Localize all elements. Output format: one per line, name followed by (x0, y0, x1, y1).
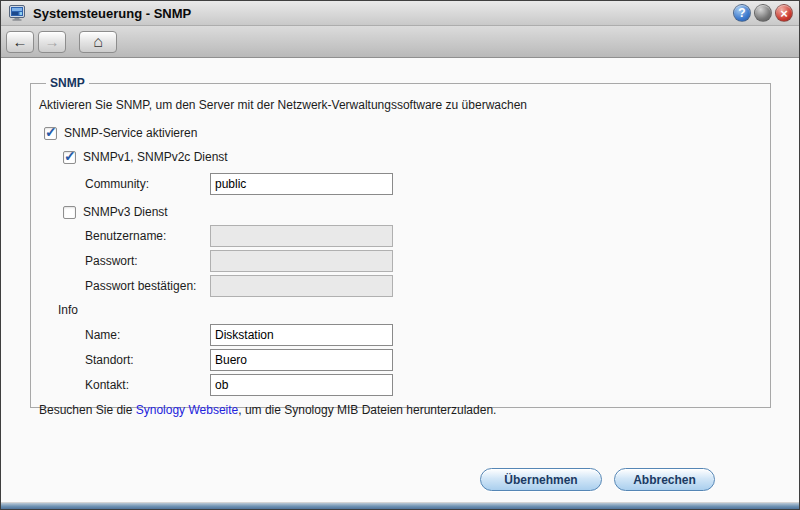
password-input (210, 250, 393, 272)
snmpv1v2-checkbox[interactable] (63, 151, 76, 164)
contact-row: Kontakt: (39, 373, 762, 397)
username-input (210, 225, 393, 247)
forward-arrow-icon: → (45, 33, 60, 50)
close-glyph: × (780, 7, 788, 20)
close-icon[interactable]: × (775, 4, 793, 22)
location-label: Standort: (85, 353, 210, 367)
mib-note: Besuchen Sie die Synology Webseite, um d… (39, 403, 762, 417)
community-input[interactable] (210, 173, 393, 195)
mib-note-prefix: Besuchen Sie die (39, 403, 136, 417)
password-confirm-label: Passwort bestätigen: (85, 279, 210, 293)
password-row: Passwort: (39, 249, 762, 273)
name-row: Name: (39, 323, 762, 347)
snmp-service-row: SNMP-Service aktivieren (44, 125, 762, 141)
username-row: Benutzername: (39, 224, 762, 248)
titlebar: Systemsteuerung - SNMP ? × (1, 1, 799, 26)
password-confirm-row: Passwort bestätigen: (39, 274, 762, 298)
control-panel-monitor-icon (9, 5, 26, 21)
contact-label: Kontakt: (85, 378, 210, 392)
password-label: Passwort: (85, 254, 210, 268)
synology-website-link[interactable]: Synology Webseite (136, 403, 239, 417)
community-row: Community: (39, 172, 762, 196)
snmp-fieldset: SNMP Aktivieren Sie SNMP, um den Server … (30, 76, 771, 408)
window-controls: ? × (733, 4, 793, 22)
snmp-legend: SNMP (46, 76, 89, 90)
password-confirm-input (210, 275, 393, 297)
minimize-icon[interactable] (754, 4, 772, 22)
toolbar: ← → ⌂ (1, 26, 799, 58)
back-arrow-icon: ← (13, 33, 28, 50)
window-bottom-bar (1, 502, 799, 509)
back-button[interactable]: ← (6, 31, 34, 53)
name-input[interactable] (210, 324, 393, 346)
window-title: Systemsteuerung - SNMP (33, 6, 191, 21)
home-icon: ⌂ (93, 33, 103, 51)
name-label: Name: (85, 328, 210, 342)
apply-button[interactable]: Übernehmen (480, 468, 602, 491)
community-label: Community: (85, 177, 210, 191)
snmp-service-label: SNMP-Service aktivieren (64, 126, 197, 140)
location-row: Standort: (39, 348, 762, 372)
snmp-service-checkbox[interactable] (44, 127, 57, 140)
help-icon[interactable]: ? (733, 4, 751, 22)
snmpv3-row: SNMPv3 Dienst (63, 204, 762, 220)
mib-note-suffix: , um die Synology MIB Dateien herunterzu… (238, 403, 496, 417)
info-heading: Info (58, 303, 762, 318)
home-button[interactable]: ⌂ (79, 31, 117, 53)
snmp-description: Aktivieren Sie SNMP, um den Server mit d… (39, 98, 762, 112)
cancel-button[interactable]: Abbrechen (614, 468, 715, 491)
control-panel-window: Systemsteuerung - SNMP ? × ← → ⌂ SNMP Ak… (0, 0, 800, 510)
contact-input[interactable] (210, 374, 393, 396)
forward-button: → (38, 31, 66, 53)
snmpv1v2-label: SNMPv1, SNMPv2c Dienst (83, 150, 228, 164)
snmpv3-checkbox[interactable] (63, 206, 76, 219)
snmpv1v2-row: SNMPv1, SNMPv2c Dienst (63, 149, 762, 165)
content-area: SNMP Aktivieren Sie SNMP, um den Server … (1, 58, 799, 502)
location-input[interactable] (210, 349, 393, 371)
snmpv3-label: SNMPv3 Dienst (83, 205, 168, 219)
username-label: Benutzername: (85, 229, 210, 243)
help-glyph: ? (738, 7, 745, 19)
